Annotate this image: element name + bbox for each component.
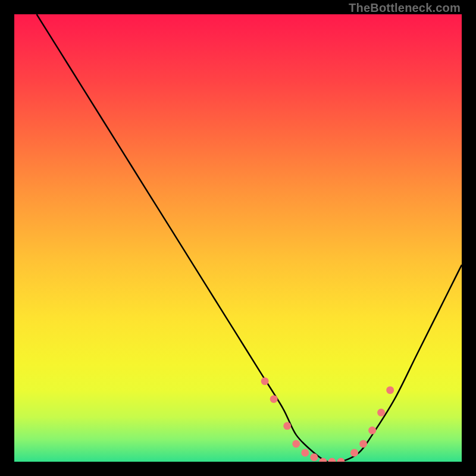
plot-area bbox=[14, 14, 462, 462]
heat-gradient bbox=[14, 14, 462, 462]
chart-frame bbox=[14, 14, 462, 462]
watermark-text: TheBottleneck.com bbox=[349, 1, 461, 15]
